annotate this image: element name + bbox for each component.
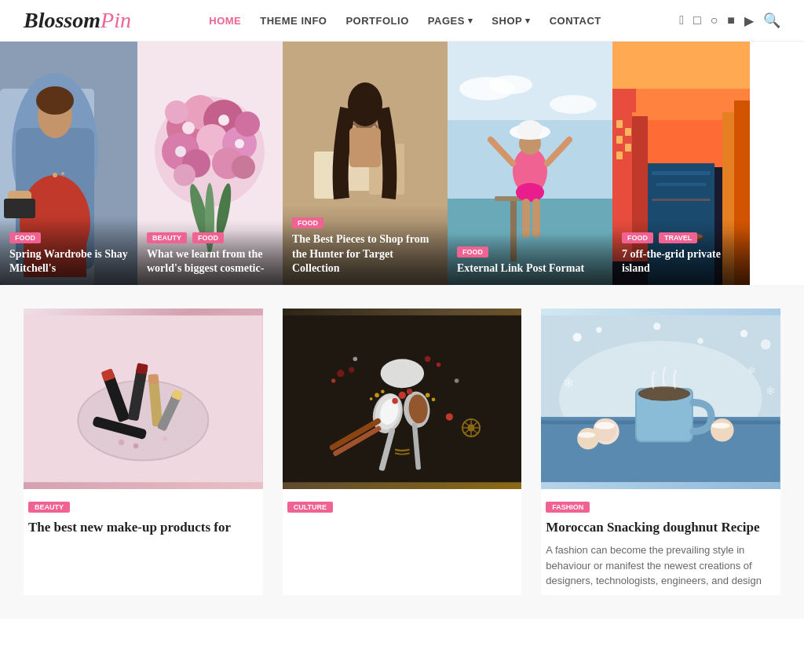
- slide-3-title: The Best Pieces to Shop from the Hunter …: [292, 232, 438, 276]
- nav-item-home[interactable]: HOME: [209, 13, 241, 27]
- slide-2-title: What we learnt from the world's biggest …: [147, 247, 273, 276]
- nav-link-shop[interactable]: SHOP: [492, 15, 530, 27]
- search-icon[interactable]: 🔍: [763, 12, 780, 29]
- card-winter-image: ❄ ❄ ❄: [541, 309, 780, 489]
- nav-link-home[interactable]: HOME: [209, 15, 241, 27]
- svg-rect-92: [148, 374, 159, 384]
- svg-point-129: [398, 392, 405, 399]
- svg-point-152: [711, 418, 734, 442]
- svg-point-140: [698, 338, 704, 343]
- card-makeup-body: BEAUTY The best new make-up products for: [24, 489, 263, 549]
- svg-rect-73: [616, 152, 623, 159]
- card-spices-body: CULTURE: [283, 489, 522, 525]
- slide-1-tag: FOOD: [9, 232, 41, 243]
- svg-point-60: [517, 120, 543, 139]
- nav-link-pages[interactable]: PAGES: [428, 15, 473, 27]
- svg-point-101: [337, 370, 344, 377]
- svg-rect-43: [349, 128, 381, 167]
- nav-link-contact[interactable]: CONTACT: [550, 15, 601, 27]
- svg-rect-71: [616, 120, 623, 128]
- svg-point-135: [573, 333, 582, 341]
- svg-rect-70: [612, 89, 636, 112]
- svg-point-111: [431, 398, 435, 402]
- svg-point-132: [445, 413, 452, 420]
- slide-2-tag-food: FOOD: [192, 232, 224, 243]
- slide-1[interactable]: FOOD Spring Wardrobe is Shay Mitchell's: [0, 42, 137, 285]
- card-spices-tag[interactable]: CULTURE: [287, 502, 333, 513]
- card-makeup-title: The best new make-up products for: [28, 519, 258, 536]
- svg-point-149: [595, 422, 616, 429]
- card-winter-title: Moroccan Snacking doughnut Recipe: [546, 519, 776, 536]
- svg-point-29: [175, 146, 186, 157]
- logo-main: Blossom: [24, 8, 100, 32]
- svg-point-24: [235, 111, 260, 137]
- svg-point-97: [163, 436, 167, 441]
- nav-item-theme-info[interactable]: THEME INFO: [260, 13, 327, 27]
- slide-2[interactable]: BEAUTY FOOD What we learnt from the worl…: [137, 42, 283, 285]
- svg-point-139: [653, 323, 660, 330]
- slide-3[interactable]: FOOD The Best Pieces to Shop from the Hu…: [283, 42, 448, 285]
- svg-point-30: [235, 139, 244, 148]
- svg-point-137: [740, 330, 747, 337]
- nav-item-shop[interactable]: SHOP: [492, 15, 530, 27]
- svg-point-102: [349, 367, 354, 372]
- svg-point-103: [331, 378, 336, 383]
- hero-slider: FOOD Spring Wardrobe is Shay Mitchell's: [0, 42, 804, 285]
- svg-point-8: [53, 173, 57, 177]
- svg-point-49: [488, 75, 532, 94]
- slide-2-content: BEAUTY FOOD What we learnt from the worl…: [137, 220, 283, 285]
- facebook-icon[interactable]: : [679, 13, 684, 27]
- slide-5-tag-travel: TRAVEL: [659, 232, 697, 243]
- slide-5-content: FOOD TRAVEL 7 off-the-grid private islan…: [612, 220, 750, 285]
- nav-item-pages[interactable]: PAGES: [428, 15, 473, 27]
- svg-point-131: [392, 398, 397, 404]
- slide-3-content: FOOD The Best Pieces to Shop from the Hu…: [283, 205, 448, 285]
- card-makeup[interactable]: BEAUTY The best new make-up products for: [24, 309, 263, 595]
- svg-text:❄: ❄: [563, 376, 574, 391]
- svg-point-120: [454, 378, 459, 383]
- youtube-icon[interactable]: ▶: [744, 13, 754, 28]
- pinterest-icon[interactable]: ○: [711, 13, 718, 27]
- card-winter-tag[interactable]: FASHION: [546, 502, 590, 513]
- svg-point-9: [61, 172, 64, 175]
- slide-4[interactable]: FOOD External Link Post Format: [448, 42, 612, 285]
- nav-item-portfolio[interactable]: PORTFOLIO: [345, 13, 408, 27]
- card-spices-image: [283, 309, 522, 489]
- slide-5-tag-food: FOOD: [622, 232, 653, 243]
- card-spices[interactable]: CULTURE: [283, 309, 522, 595]
- svg-rect-80: [656, 183, 707, 186]
- social-icons:  □ ○ ■ ▶ 🔍: [679, 12, 780, 29]
- linkedin-icon[interactable]: ■: [727, 13, 735, 27]
- slide-5[interactable]: FOOD TRAVEL 7 off-the-grid private islan…: [612, 42, 750, 285]
- svg-point-138: [761, 339, 771, 349]
- svg-rect-74: [625, 128, 631, 136]
- svg-point-96: [119, 440, 124, 445]
- svg-rect-72: [616, 136, 623, 144]
- svg-point-55: [516, 183, 544, 202]
- svg-point-110: [426, 393, 430, 398]
- site-logo[interactable]: BlossomPin: [24, 8, 131, 33]
- svg-point-11: [36, 86, 74, 115]
- card-winter-excerpt: A fashion can become the prevailing styl…: [546, 542, 776, 589]
- card-winter-body: FASHION Moroccan Snacking doughnut Recip…: [541, 489, 780, 595]
- svg-rect-79: [652, 171, 711, 175]
- instagram-icon[interactable]: □: [693, 13, 701, 27]
- svg-point-98: [133, 444, 138, 448]
- svg-point-50: [550, 95, 597, 114]
- slide-4-tag: FOOD: [457, 247, 488, 257]
- logo-accent: Pin: [100, 8, 131, 32]
- svg-point-146: [638, 386, 690, 400]
- nav-link-theme-info[interactable]: THEME INFO: [260, 15, 327, 27]
- nav-link-portfolio[interactable]: PORTFOLIO: [345, 15, 408, 27]
- nav-item-contact[interactable]: CONTACT: [550, 13, 601, 27]
- svg-point-130: [407, 389, 412, 394]
- svg-rect-67: [612, 42, 750, 89]
- card-makeup-image: [24, 309, 263, 489]
- svg-point-151: [578, 432, 595, 437]
- card-winter[interactable]: ❄ ❄ ❄ FASHION Moroccan Snacking doughnut…: [541, 309, 780, 595]
- svg-point-105: [436, 363, 440, 367]
- slide-5-title: 7 off-the-grid private island: [622, 247, 740, 276]
- card-makeup-tag[interactable]: BEAUTY: [28, 502, 70, 513]
- svg-rect-90: [136, 363, 148, 374]
- svg-point-104: [425, 356, 430, 362]
